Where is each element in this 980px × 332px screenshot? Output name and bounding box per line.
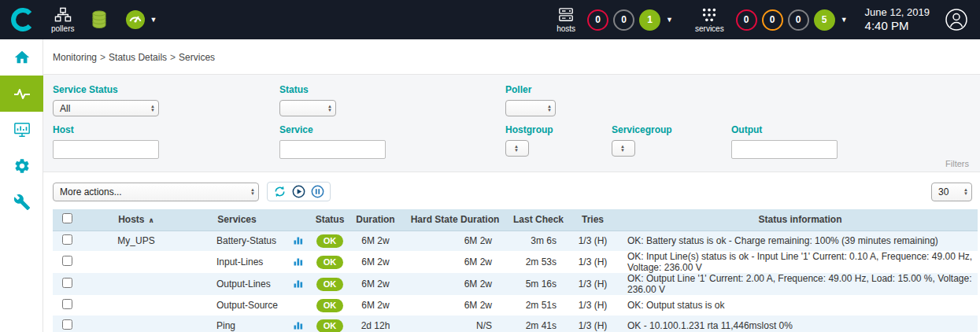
breadcrumb: Monitoring>Status Details>Services	[43, 39, 980, 74]
status-counter[interactable]: 5	[814, 9, 835, 31]
status-counter[interactable]: 0	[788, 9, 809, 31]
tries-cell: 1/3 (H)	[568, 273, 618, 295]
status-counter[interactable]: 0	[587, 9, 608, 31]
duration-cell: 6M 2w	[350, 295, 401, 315]
sidebar-item-home[interactable]	[0, 39, 43, 76]
poller-state-ok-icon	[124, 9, 146, 31]
last-check-cell: 5m 16s	[505, 273, 568, 295]
topbar-services-group: services 0005 ▼	[692, 7, 848, 33]
output-label: Output	[731, 124, 838, 135]
graph-icon[interactable]	[294, 235, 303, 247]
refresh-controls	[267, 182, 331, 201]
hard-state-duration-cell: 6M 2w	[401, 231, 505, 251]
pause-icon[interactable]	[311, 185, 324, 198]
sidebar-item-administration[interactable]	[0, 184, 43, 220]
header-status-information[interactable]: Status information	[618, 209, 978, 231]
topbar-services[interactable]: services	[695, 7, 724, 33]
select-all-checkbox[interactable]	[62, 213, 72, 223]
service-name[interactable]: Output-Source	[191, 295, 287, 315]
status-badge: OK	[316, 299, 344, 312]
duration-cell: 2d 12h	[350, 315, 401, 332]
table-row: Input-Lines OK 6M 2w 6M 2w 2m 53s 1/3 (H…	[53, 251, 978, 273]
row-checkbox[interactable]	[62, 234, 72, 245]
header-tries[interactable]: Tries	[568, 209, 618, 231]
header-hosts[interactable]: Hosts∧	[81, 209, 191, 231]
status-select[interactable]: ▲▼	[279, 100, 336, 116]
row-checkbox[interactable]	[62, 256, 72, 266]
service-name[interactable]: Input-Lines	[191, 251, 287, 273]
host-name[interactable]: My_UPS	[81, 231, 191, 251]
host-name[interactable]	[81, 315, 191, 332]
topbar-pollers[interactable]: pollers	[51, 7, 74, 33]
topbar-poller-state[interactable]: ▼	[124, 9, 157, 31]
chevron-updown-icon: ▲▼	[150, 105, 155, 113]
last-check-cell: 2m 51s	[505, 295, 568, 315]
row-checkbox[interactable]	[62, 278, 72, 288]
status-information-cell: OK - 10.100.1.231 rta 11,446mslost 0%	[618, 315, 978, 332]
topbar-hosts[interactable]: hosts	[557, 7, 575, 33]
output-input[interactable]	[731, 140, 838, 159]
breadcrumb-item[interactable]: Monitoring	[53, 52, 97, 63]
graph-icon[interactable]	[294, 256, 303, 268]
host-name[interactable]	[81, 295, 191, 315]
home-icon	[13, 49, 31, 66]
more-actions-select[interactable]: More actions... ▲▼	[53, 183, 259, 201]
service-name[interactable]: Ping	[191, 315, 287, 332]
poller-label: Poller	[505, 84, 556, 95]
host-name[interactable]	[81, 251, 191, 273]
services-label: services	[695, 24, 724, 33]
status-counter[interactable]: 0	[762, 9, 783, 31]
chevron-updown-icon: ▲▼	[514, 145, 519, 153]
chevron-down-icon: ▼	[150, 16, 157, 24]
wrench-icon	[13, 194, 31, 211]
play-icon[interactable]	[292, 185, 305, 198]
page-size-select[interactable]: 30 ▲▼	[931, 183, 972, 201]
sidebar-item-configuration[interactable]	[0, 148, 43, 184]
host-name[interactable]	[81, 273, 191, 295]
filter-panel: Service Status All ▲▼ Status ▲▼ Poller ▲…	[43, 74, 980, 172]
breadcrumb-item[interactable]: Status Details	[109, 52, 167, 63]
graph-icon[interactable]	[294, 320, 303, 332]
topbar-database[interactable]	[90, 9, 109, 30]
pollers-label: pollers	[51, 24, 74, 33]
header-hard-state-duration[interactable]: Hard State Duration	[401, 209, 505, 231]
breadcrumb-item[interactable]: Services	[179, 52, 215, 63]
chevron-down-icon[interactable]: ▼	[841, 16, 848, 24]
graph-icon[interactable]	[294, 279, 303, 290]
status-information-cell: OK: Output status is ok	[618, 295, 978, 315]
service-input[interactable]	[279, 140, 386, 159]
service-name[interactable]: Battery-Status	[191, 231, 287, 251]
service-status-select[interactable]: All ▲▼	[53, 100, 159, 116]
header-status[interactable]: Status	[309, 209, 350, 231]
more-actions-value: More actions...	[60, 186, 122, 197]
header-services[interactable]: Services	[191, 209, 287, 231]
sidebar	[0, 39, 43, 332]
breadcrumb-separator: >	[170, 52, 176, 63]
poller-select[interactable]: ▲▼	[505, 100, 556, 116]
status-label: Status	[279, 84, 505, 95]
filters-caption: Filters	[945, 159, 969, 168]
user-profile-button[interactable]	[944, 7, 969, 32]
service-name[interactable]: Output-Lines	[191, 273, 287, 295]
status-counter[interactable]: 0	[613, 9, 634, 31]
host-label: Host	[53, 124, 279, 135]
tries-cell: 1/3 (H)	[568, 295, 618, 315]
chevron-updown-icon: ▲▼	[547, 105, 552, 113]
chevron-down-icon[interactable]: ▼	[666, 16, 673, 24]
centreon-logo[interactable]	[0, 0, 43, 39]
servicegroup-select[interactable]: ▲▼	[612, 140, 635, 157]
hostgroup-select[interactable]: ▲▼	[505, 140, 529, 157]
host-input[interactable]	[53, 140, 159, 159]
status-counter[interactable]: 1	[639, 9, 660, 31]
row-checkbox[interactable]	[62, 299, 72, 309]
header-last-check[interactable]: Last Check	[505, 209, 568, 231]
row-checkbox[interactable]	[62, 319, 72, 330]
main-content: Monitoring>Status Details>Services Servi…	[43, 39, 980, 332]
status-badge: OK	[316, 234, 344, 248]
sidebar-item-monitoring[interactable]	[0, 76, 43, 112]
refresh-icon[interactable]	[273, 185, 287, 198]
header-duration[interactable]: Duration	[350, 209, 401, 231]
tries-cell: 1/3 (H)	[568, 315, 618, 332]
status-counter[interactable]: 0	[736, 9, 757, 31]
sidebar-item-reporting[interactable]	[0, 112, 43, 148]
